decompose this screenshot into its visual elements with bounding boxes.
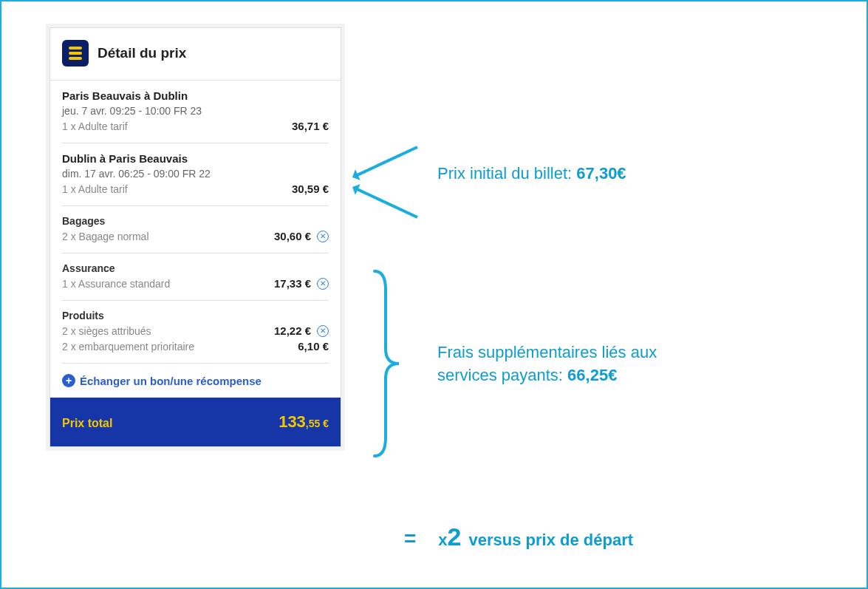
mult-value: 2: [448, 522, 462, 551]
annotation-multiplier: = x2 versus prix de départ: [404, 522, 633, 551]
remove-luggage-icon[interactable]: ✕: [317, 231, 329, 242]
annotation-value: 67,30€: [576, 164, 626, 183]
annotation-line1: Frais supplémentaires liés aux: [437, 343, 657, 361]
equals-sign: =: [404, 527, 416, 551]
remove-seats-icon[interactable]: ✕: [317, 325, 329, 337]
segment-return: Dublin à Paris Beauvais dim. 17 avr. 06:…: [50, 143, 341, 205]
plus-icon: +: [62, 374, 75, 387]
luggage-section: Bagages 2 x Bagage normal 30,60 € ✕: [50, 206, 341, 253]
product-seats-label: 2 x sièges attribués: [62, 325, 151, 337]
insurance-title: Assurance: [62, 262, 329, 274]
product-seats-price: 12,22 €: [274, 324, 311, 337]
insurance-price: 17,33 €: [274, 277, 311, 290]
mult-prefix: x: [438, 531, 447, 549]
price-card-container: Détail du prix Paris Beauvais à Dublin j…: [46, 24, 345, 451]
total-label: Prix total: [62, 417, 112, 430]
luggage-title: Bagages: [62, 215, 329, 227]
total-cents: ,55 €: [306, 418, 329, 429]
total-int: 133: [278, 412, 306, 431]
fare-price: 36,71 €: [292, 120, 329, 132]
products-section: Produits 2 x sièges attribués 12,22 € ✕ …: [50, 301, 341, 363]
document-frame: Détail du prix Paris Beauvais à Dublin j…: [0, 0, 868, 589]
versus-text: versus prix de départ: [469, 531, 634, 550]
insurance-section: Assurance 1 x Assurance standard 17,33 €…: [50, 253, 341, 300]
luggage-label: 2 x Bagage normal: [62, 231, 149, 242]
exchange-voucher-link[interactable]: + Échanger un bon/une récompense: [50, 364, 341, 398]
product-priority-price: 6,10 €: [298, 340, 329, 353]
multiplier: x2: [438, 522, 461, 551]
exchange-label: Échanger un bon/une récompense: [80, 375, 262, 387]
segment-datetime: jeu. 7 avr. 09:25 - 10:00 FR 23: [62, 105, 329, 117]
arrow-icon: [353, 146, 418, 178]
product-priority-label: 2 x embarquement prioritaire: [62, 341, 194, 353]
total-bar: Prix total 133,55 €: [50, 398, 341, 446]
annotation-initial-price: Prix initial du billet: 67,30€: [437, 164, 626, 183]
total-value: 133,55 €: [278, 412, 329, 432]
fare-label: 1 x Adulte tarif: [62, 120, 128, 132]
list-icon: [62, 40, 89, 67]
segment-datetime: dim. 17 avr. 06:25 - 09:00 FR 22: [62, 168, 329, 180]
annotation-line2: services payants:: [437, 366, 567, 384]
fare-label: 1 x Adulte tarif: [62, 183, 128, 195]
remove-insurance-icon[interactable]: ✕: [317, 278, 329, 290]
card-header: Détail du prix: [50, 28, 341, 81]
arrow-icon: [353, 186, 418, 219]
segment-outbound: Paris Beauvais à Dublin jeu. 7 avr. 09:2…: [50, 81, 341, 143]
annotation-value: 66,25€: [567, 366, 617, 384]
annotation-label: Prix initial du billet:: [437, 164, 576, 183]
card-title: Détail du prix: [98, 45, 186, 61]
fare-price: 30,59 €: [292, 183, 329, 195]
segment-route: Dublin à Paris Beauvais: [62, 152, 329, 165]
luggage-price: 30,60 €: [274, 230, 311, 242]
segment-route: Paris Beauvais à Dublin: [62, 89, 329, 102]
products-title: Produits: [62, 310, 329, 321]
insurance-label: 1 x Assurance standard: [62, 278, 170, 290]
brace-icon: [371, 268, 400, 460]
annotation-extra-fees: Frais supplémentaires liés aux services …: [437, 341, 657, 387]
price-card: Détail du prix Paris Beauvais à Dublin j…: [49, 27, 341, 447]
